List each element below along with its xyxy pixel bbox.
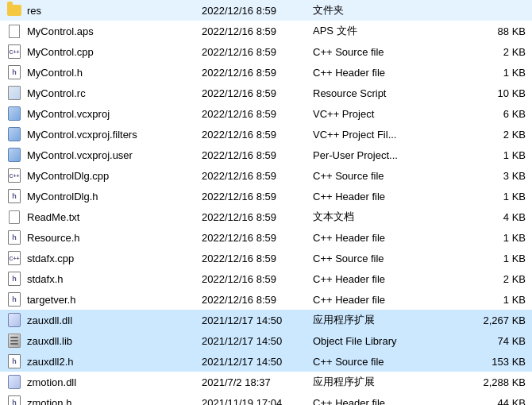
file-size: 1 KB (440, 253, 526, 264)
file-type: C++ Header file (313, 294, 440, 306)
cpp-icon: C++ (8, 44, 21, 59)
file-type: APS 文件 (313, 24, 440, 38)
file-date: 2021/12/17 14:50 (202, 335, 313, 347)
file-type: C++ Source file (313, 170, 440, 182)
file-size: 88 KB (440, 25, 526, 37)
table-row[interactable]: zauxdll.lib2021/12/17 14:50Object File L… (0, 330, 532, 351)
table-row[interactable]: res2022/12/16 8:59文件夹 (0, 0, 532, 21)
vcxproj-icon (8, 106, 21, 121)
table-row[interactable]: C++MyControlDlg.cpp2022/12/16 8:59C++ So… (0, 165, 532, 186)
cpp-icon: C++ (8, 168, 21, 183)
table-row[interactable]: MyControl.vcxproj.user2022/12/16 8:59Per… (0, 145, 532, 165)
file-type: C++ Source file (313, 356, 440, 368)
table-row[interactable]: htargetver.h2022/12/16 8:59C++ Header fi… (0, 289, 532, 310)
file-type: C++ Header file (313, 191, 440, 202)
h-icon: h (8, 272, 21, 286)
table-row[interactable]: hzauxdll2.h2021/12/17 14:50C++ Source fi… (0, 351, 532, 372)
file-name: MyControl.vcxproj.user (27, 149, 202, 161)
file-date: 2022/12/16 8:59 (202, 211, 313, 223)
table-row[interactable]: MyControl.aps2022/12/16 8:59APS 文件88 KB (0, 21, 532, 41)
file-date: 2022/12/16 8:59 (202, 191, 313, 202)
file-date: 2022/12/16 8:59 (202, 25, 313, 37)
vcxproj-icon (8, 148, 21, 162)
file-size: 153 KB (440, 356, 526, 368)
file-size: 1 KB (440, 294, 526, 306)
file-size: 4 KB (440, 211, 526, 223)
file-size: 3 KB (440, 170, 526, 182)
table-row[interactable]: hMyControl.h2022/12/16 8:59C++ Header fi… (0, 62, 532, 83)
folder-icon (7, 5, 21, 16)
file-size: 2,288 KB (440, 376, 526, 388)
aps-icon (9, 25, 20, 38)
file-name: zauxdll.dll (27, 314, 202, 326)
h-icon: h (8, 354, 21, 368)
file-size: 2 KB (440, 46, 526, 58)
table-row[interactable]: hzmotion.h2021/11/19 17:04C++ Header fil… (0, 392, 532, 405)
file-size: 1 KB (440, 67, 526, 79)
h-icon: h (8, 65, 21, 79)
file-date: 2022/12/16 8:59 (202, 273, 313, 285)
file-size: 44 KB (440, 397, 526, 406)
file-date: 2022/12/16 8:59 (202, 232, 313, 244)
file-name: MyControlDlg.h (27, 191, 202, 202)
file-type: VC++ Project Fil... (313, 129, 440, 141)
file-date: 2021/7/2 18:37 (202, 376, 313, 388)
file-name: zauxdll.lib (27, 335, 202, 347)
file-size: 1 KB (440, 232, 526, 244)
file-name: MyControl.vcxproj (27, 108, 202, 120)
file-name: MyControl.h (27, 67, 202, 79)
file-name: zmotion.h (27, 397, 202, 406)
file-type: 文本文档 (313, 210, 440, 224)
file-date: 2022/12/16 8:59 (202, 87, 313, 99)
table-row[interactable]: zauxdll.dll2021/12/17 14:50应用程序扩展2,267 K… (0, 310, 532, 330)
file-date: 2022/12/16 8:59 (202, 108, 313, 120)
file-name: zauxdll2.h (27, 356, 202, 368)
file-date: 2022/12/16 8:59 (202, 294, 313, 306)
txt-icon (9, 210, 20, 224)
table-row[interactable]: hstdafx.h2022/12/16 8:59C++ Header file2… (0, 268, 532, 289)
table-row[interactable]: hMyControlDlg.h2022/12/16 8:59C++ Header… (0, 186, 532, 206)
dll-icon (8, 313, 21, 327)
h-icon: h (8, 189, 21, 203)
table-row[interactable]: ReadMe.txt2022/12/16 8:59文本文档4 KB (0, 206, 532, 227)
file-list[interactable]: res2022/12/16 8:59文件夹MyControl.aps2022/1… (0, 0, 532, 405)
file-type: C++ Source file (313, 253, 440, 264)
file-date: 2021/12/17 14:50 (202, 314, 313, 326)
table-row[interactable]: MyControl.vcxproj.filters2022/12/16 8:59… (0, 124, 532, 145)
file-date: 2022/12/16 8:59 (202, 129, 313, 141)
table-row[interactable]: C++MyControl.cpp2022/12/16 8:59C++ Sourc… (0, 41, 532, 62)
rc-icon (8, 86, 21, 100)
file-type: C++ Header file (313, 232, 440, 244)
file-type: 应用程序扩展 (313, 313, 440, 327)
file-size: 10 KB (440, 87, 526, 99)
file-date: 2021/11/19 17:04 (202, 397, 313, 406)
file-date: 2022/12/16 8:59 (202, 46, 313, 58)
vcxproj-icon (8, 127, 21, 141)
file-type: 文件夹 (313, 3, 440, 17)
file-type: C++ Header file (313, 397, 440, 406)
file-size: 1 KB (440, 149, 526, 161)
file-name: stdafx.h (27, 273, 202, 285)
file-date: 2022/12/16 8:59 (202, 253, 313, 264)
table-row[interactable]: C++stdafx.cpp2022/12/16 8:59C++ Source f… (0, 248, 532, 268)
file-name: res (27, 5, 202, 17)
file-type: VC++ Project (313, 108, 440, 120)
file-type: C++ Header file (313, 273, 440, 285)
file-name: targetver.h (27, 294, 202, 306)
file-name: MyControl.vcxproj.filters (27, 129, 202, 141)
dll-icon (8, 375, 21, 389)
file-date: 2022/12/16 8:59 (202, 67, 313, 79)
h-icon: h (8, 292, 21, 307)
file-date: 2021/12/17 14:50 (202, 356, 313, 368)
file-size: 2,267 KB (440, 314, 526, 326)
file-date: 2022/12/16 8:59 (202, 5, 313, 17)
file-size: 2 KB (440, 129, 526, 141)
h-icon: h (8, 230, 21, 245)
table-row[interactable]: zmotion.dll2021/7/2 18:37应用程序扩展2,288 KB (0, 372, 532, 392)
table-row[interactable]: MyControl.rc2022/12/16 8:59Resource Scri… (0, 83, 532, 103)
file-date: 2022/12/16 8:59 (202, 170, 313, 182)
file-name: MyControl.cpp (27, 46, 202, 58)
table-row[interactable]: hResource.h2022/12/16 8:59C++ Header fil… (0, 227, 532, 248)
table-row[interactable]: MyControl.vcxproj2022/12/16 8:59VC++ Pro… (0, 103, 532, 124)
file-type: Object File Library (313, 335, 440, 347)
